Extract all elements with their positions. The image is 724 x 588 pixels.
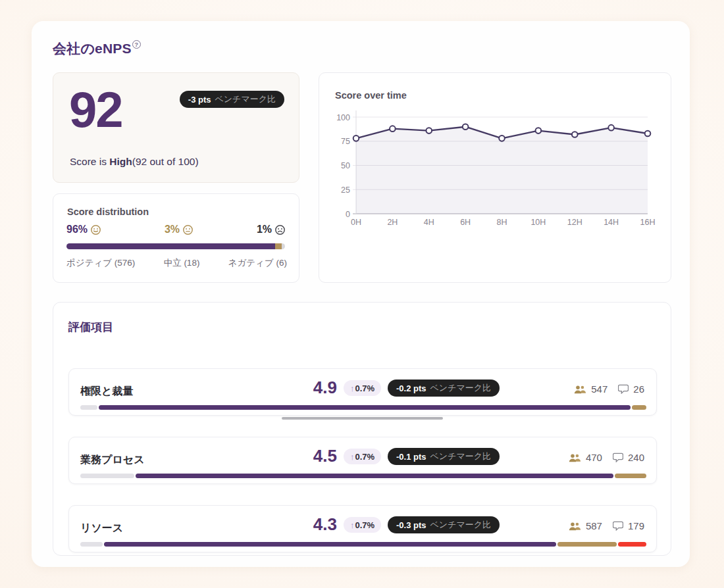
change-value: 0.7%: [355, 520, 375, 530]
page-title: 会社のeNPS?: [53, 39, 141, 58]
score-caption: Score is High(92 out of 100): [70, 156, 199, 168]
neutral-bar-segment: [275, 243, 282, 249]
svg-text:50: 50: [341, 161, 350, 170]
positive-percent: 96%: [66, 224, 101, 235]
row-label: 権限と裁量: [80, 385, 133, 399]
svg-text:4H: 4H: [424, 218, 434, 227]
change-badge: ↑0.7%: [344, 449, 381, 464]
svg-text:10H: 10H: [530, 218, 546, 227]
evaluation-items-card: 評価項目 権限と裁量 4.9 ↑0.7% -0.2 pts ベンチマーク比 54…: [53, 302, 671, 556]
respondents-stat: 587: [569, 520, 602, 531]
neutral-face-icon: [182, 224, 194, 235]
positive-percent-value: 96%: [66, 224, 88, 235]
distribution-bar: [66, 243, 285, 249]
respondents-count: 587: [586, 520, 602, 531]
comment-icon: [613, 453, 623, 462]
benchmark-label: ベンチマーク比: [430, 382, 492, 394]
svg-text:0H: 0H: [351, 218, 361, 227]
neutral-percent-value: 3%: [165, 224, 180, 235]
comments-count: 240: [628, 452, 644, 463]
bar-gold-segment: [632, 405, 646, 410]
enps-score-value: 92: [69, 76, 122, 145]
row-score: 4.9: [296, 378, 337, 398]
info-icon[interactable]: ?: [132, 40, 141, 49]
people-icon: [569, 453, 581, 462]
comments-stat: 240: [613, 452, 644, 463]
negative-percent-value: 1%: [257, 224, 272, 235]
svg-text:6H: 6H: [460, 218, 471, 227]
comment-icon: [618, 384, 629, 394]
score-over-time-chart: 02550751000H2H4H6H8H10H12H14H16H: [319, 73, 672, 283]
benchmark-value: -0.1 pts: [396, 452, 427, 462]
comment-icon: [613, 521, 623, 531]
svg-text:16H: 16H: [640, 218, 656, 227]
evaluation-row-authority[interactable]: 権限と裁量 4.9 ↑0.7% -0.2 pts ベンチマーク比 547: [68, 368, 657, 416]
dashboard-panel: 会社のeNPS? 92 -3 pts ベンチマーク比 Score is High…: [32, 21, 690, 567]
respondents-count: 470: [586, 452, 602, 463]
horizontal-scrollbar[interactable]: [282, 417, 443, 420]
change-badge: ↑0.7%: [344, 380, 381, 396]
svg-text:0: 0: [346, 210, 350, 219]
benchmark-badge: -0.3 pts ベンチマーク比: [388, 516, 500, 533]
row-score-bar: [80, 405, 646, 410]
enps-score-card: 92 -3 pts ベンチマーク比 Score is High(92 out o…: [53, 72, 299, 183]
people-icon: [569, 522, 581, 531]
page-title-text: 会社のeNPS: [53, 41, 132, 56]
negative-label: ネガティブ (6): [228, 257, 287, 269]
change-badge: ↑0.7%: [344, 517, 381, 533]
change-value: 0.7%: [355, 452, 375, 462]
arrow-up-icon: ↑: [350, 520, 355, 530]
row-stats: 470 240: [569, 452, 644, 463]
bar-purple-segment: [99, 405, 631, 410]
respondents-count: 547: [591, 383, 608, 395]
evaluation-title: 評価項目: [68, 320, 113, 335]
neutral-percent: 3%: [165, 224, 194, 235]
comments-stat: 26: [618, 383, 644, 395]
benchmark-label: ベンチマーク比: [215, 93, 276, 105]
evaluation-row-resources[interactable]: リソース 4.3 ↑0.7% -0.3 pts ベンチマーク比 587: [68, 505, 657, 552]
svg-text:12H: 12H: [567, 218, 582, 227]
comments-stat: 179: [613, 520, 644, 531]
score-over-time-card: Score over time 02550751000H2H4H6H8H10H1…: [319, 72, 671, 283]
svg-text:75: 75: [341, 137, 350, 146]
arrow-up-icon: ↑: [350, 383, 355, 393]
respondents-stat: 547: [574, 383, 608, 395]
bar-purple-segment: [136, 474, 614, 478]
benchmark-label: ベンチマーク比: [430, 519, 492, 531]
benchmark-badge: -0.1 pts ベンチマーク比: [388, 448, 500, 465]
happy-face-icon: [90, 224, 101, 235]
caption-suffix: (92 out of 100): [132, 156, 199, 167]
comments-count: 179: [628, 520, 644, 531]
benchmark-label: ベンチマーク比: [430, 451, 492, 462]
caption-prefix: Score is: [70, 156, 109, 167]
bar-purple-segment: [104, 542, 556, 547]
benchmark-value: -3 pts: [188, 95, 211, 105]
benchmark-badge: -0.2 pts ベンチマーク比: [388, 380, 500, 397]
evaluation-row-process[interactable]: 業務プロセス 4.5 ↑0.7% -0.1 pts ベンチマーク比 470: [68, 437, 657, 484]
row-score-bar: [80, 474, 646, 478]
bar-gray-segment: [80, 405, 97, 410]
respondents-stat: 470: [569, 452, 602, 463]
people-icon: [574, 385, 586, 394]
negative-percent: 1%: [257, 224, 286, 235]
svg-text:2H: 2H: [387, 218, 398, 227]
comments-count: 26: [633, 383, 644, 395]
distribution-percents: 96% 3% 1%: [66, 224, 286, 235]
benchmark-badge: -3 pts ベンチマーク比: [180, 91, 284, 108]
score-distribution-card: Score distribution 96% 3% 1%: [53, 193, 299, 283]
bar-gold-segment: [557, 542, 617, 547]
row-label: 業務プロセス: [80, 453, 145, 467]
arrow-up-icon: ↑: [350, 452, 355, 462]
svg-text:8H: 8H: [497, 218, 507, 227]
row-stats: 547 26: [574, 383, 644, 395]
positive-bar-segment: [66, 243, 275, 249]
row-score-bar: [80, 542, 646, 547]
positive-label: ポジティブ (576): [66, 257, 135, 269]
sad-face-icon: [274, 224, 286, 235]
benchmark-value: -0.3 pts: [396, 520, 427, 530]
caption-level: High: [109, 156, 132, 167]
row-score: 4.5: [296, 446, 337, 466]
distribution-labels: ポジティブ (576) 中立 (18) ネガティブ (6): [66, 257, 287, 269]
row-label: リソース: [80, 522, 123, 535]
change-value: 0.7%: [355, 383, 375, 393]
